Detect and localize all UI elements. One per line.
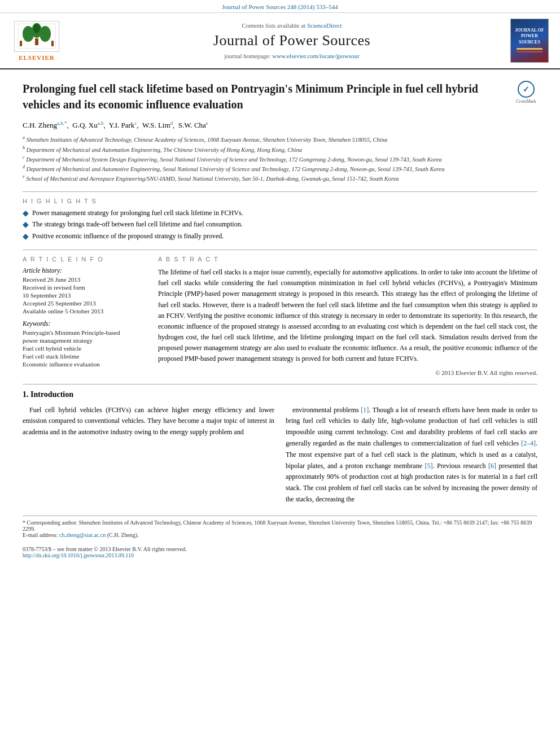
footnote-section: * Corresponding author. Shenzhen Institu… — [23, 516, 537, 538]
highlights-label: H I G H L I G H T S — [23, 198, 537, 204]
abstract-text: The lifetime of fuel cell stacks is a ma… — [158, 267, 537, 365]
author-4: W.S. Limd — [142, 121, 173, 129]
crossmark-badge[interactable]: ✓ CrossMark — [515, 81, 537, 104]
journal-header-center: Contents lists available at ScienceDirec… — [73, 22, 510, 59]
highlight-bullet-2: ◆ — [23, 220, 29, 230]
article-accepted: Accepted 25 September 2013 — [23, 300, 147, 307]
abstract-column: A B S T R A C T The lifetime of fuel cel… — [158, 256, 537, 376]
article-revised-date: 10 September 2013 — [23, 292, 147, 299]
highlight-text-2: The strategy brings trade-off between fu… — [32, 220, 243, 229]
article-available: Available online 5 October 2013 — [23, 308, 147, 314]
divider-3 — [23, 384, 537, 385]
abstract-label: A B S T R A C T — [158, 256, 537, 263]
affiliation-d: d Department of Mechanical and Automotiv… — [23, 164, 537, 173]
author-5: S.W. Chae — [178, 121, 208, 129]
keyword-4: Fuel cell stack lifetime — [23, 353, 147, 360]
sciencedirect-line: Contents lists available at ScienceDirec… — [73, 22, 510, 29]
highlight-bullet-1: ◆ — [23, 209, 29, 219]
journal-logo-text: JOURNAL OFPOWERSOURCES — [515, 28, 544, 45]
ref-2-4-link[interactable]: [2–4] — [521, 439, 536, 447]
journal-title: Journal of Power Sources — [73, 32, 510, 49]
svg-rect-9 — [517, 51, 542, 53]
affiliations: a Shenzhen Institutes of Advanced Techno… — [23, 134, 537, 183]
intro-heading: 1. Introduction — [23, 390, 537, 399]
journal-logo-right: JOURNAL OFPOWERSOURCES — [510, 19, 549, 63]
elsevier-logo: ELSEVIER — [11, 21, 62, 61]
crossmark-label: CrossMark — [516, 99, 536, 104]
doi-link[interactable]: http://dx.doi.org/10.1016/j.jpowsour.201… — [23, 552, 134, 558]
copyright-line: © 2013 Elsevier B.V. All rights reserved… — [158, 369, 537, 376]
main-content: Prolonging fuel cell stack lifetime base… — [0, 69, 560, 570]
intro-left-para: Fuel cell hybrid vehicles (FCHVs) can ac… — [23, 405, 274, 438]
footnote-star: * Corresponding author. Shenzhen Institu… — [23, 519, 537, 532]
journal-citation-bar: Journal of Power Sources 248 (2014) 533–… — [0, 0, 560, 13]
highlight-item-3: ◆ Positive economic influence of the pro… — [23, 232, 537, 242]
highlight-bullet-3: ◆ — [23, 232, 29, 242]
article-title: Prolonging fuel cell stack lifetime base… — [23, 81, 506, 112]
elsevier-text: ELSEVIER — [19, 54, 55, 61]
highlight-item-2: ◆ The strategy brings trade-off between … — [23, 220, 537, 230]
affiliation-e: e School of Mechanical and Aerospace Eng… — [23, 173, 537, 183]
svg-point-5 — [33, 23, 40, 33]
homepage-link[interactable]: www.elsevier.com/locate/jpowsour — [272, 53, 359, 59]
jps-logo-decoration — [515, 47, 544, 54]
email-link[interactable]: ch.zheng@siat.ac.cn — [59, 532, 106, 538]
svg-rect-6 — [20, 41, 22, 46]
highlight-text-1: Power management strategy for prolonging… — [32, 209, 243, 217]
journal-header: ELSEVIER Contents lists available at Sci… — [0, 13, 560, 69]
ref-6-link[interactable]: [6] — [488, 462, 496, 470]
keyword-3: Fuel cell hybrid vehicle — [23, 345, 147, 352]
keywords-label: Keywords: — [23, 320, 147, 327]
authors-line: C.H. Zhenga,b,*, G.Q. Xua,b, Y.I. Parkc,… — [23, 120, 537, 130]
journal-homepage: journal homepage: www.elsevier.com/locat… — [73, 53, 510, 59]
article-info-column: A R T I C L E I N F O Article history: R… — [23, 256, 147, 376]
keyword-5: Economic influence evaluation — [23, 361, 147, 368]
svg-point-3 — [40, 26, 51, 42]
journal-citation-text: Journal of Power Sources 248 (2014) 533–… — [222, 3, 338, 10]
article-history-label: Article history: — [23, 267, 147, 274]
author-3: Y.I. Parkc — [109, 121, 137, 129]
author-1: C.H. Zhenga,b,* — [23, 121, 67, 129]
keyword-1: Pontryagin's Minimum Principle-based — [23, 329, 147, 336]
article-received-revised: Received in revised form — [23, 284, 147, 291]
issn-line: 0378-7753/$ – see front matter © 2013 El… — [23, 546, 537, 552]
intro-body-columns: Fuel cell hybrid vehicles (FCHVs) can ac… — [23, 405, 537, 510]
ref-1-link[interactable]: [1] — [361, 406, 369, 414]
elsevier-tree-svg — [17, 23, 56, 50]
keyword-2: power management strategy — [23, 337, 147, 344]
footnote-email: E-mail address: ch.zheng@siat.ac.cn (C.H… — [23, 532, 537, 538]
highlight-item-1: ◆ Power management strategy for prolongi… — [23, 209, 537, 219]
affiliation-b: b Department of Mechanical and Automatio… — [23, 145, 537, 154]
divider-2 — [23, 250, 537, 250]
intro-left-col: Fuel cell hybrid vehicles (FCHVs) can ac… — [23, 405, 274, 510]
article-info-abstract-section: A R T I C L E I N F O Article history: R… — [23, 256, 537, 376]
bottom-bar: 0378-7753/$ – see front matter © 2013 El… — [23, 546, 537, 558]
svg-rect-4 — [35, 38, 38, 45]
article-info-label: A R T I C L E I N F O — [23, 256, 147, 263]
svg-rect-8 — [517, 48, 542, 50]
elsevier-logo-box — [14, 21, 59, 52]
highlights-section: H I G H L I G H T S ◆ Power management s… — [23, 198, 537, 242]
doi-line: http://dx.doi.org/10.1016/j.jpowsour.201… — [23, 552, 537, 558]
intro-right-para: environmental problems [1]. Though a lot… — [286, 405, 537, 505]
affiliation-c: c Department of Mechanical System Design… — [23, 154, 537, 164]
article-received: Received 26 June 2013 — [23, 276, 147, 283]
ref-5-link[interactable]: [5] — [425, 462, 432, 470]
highlight-text-3: Positive economic influence of the propo… — [32, 232, 224, 241]
svg-rect-7 — [51, 41, 54, 46]
affiliation-a: a Shenzhen Institutes of Advanced Techno… — [23, 134, 537, 144]
crossmark-icon: ✓ — [518, 81, 535, 98]
introduction-section: 1. Introduction Fuel cell hybrid vehicle… — [23, 390, 537, 510]
intro-right-col: environmental problems [1]. Though a lot… — [286, 405, 537, 510]
sciencedirect-link[interactable]: ScienceDirect — [307, 22, 342, 29]
author-2: G.Q. Xua,b — [72, 121, 103, 129]
divider-1 — [23, 191, 537, 192]
article-title-section: Prolonging fuel cell stack lifetime base… — [23, 81, 537, 112]
